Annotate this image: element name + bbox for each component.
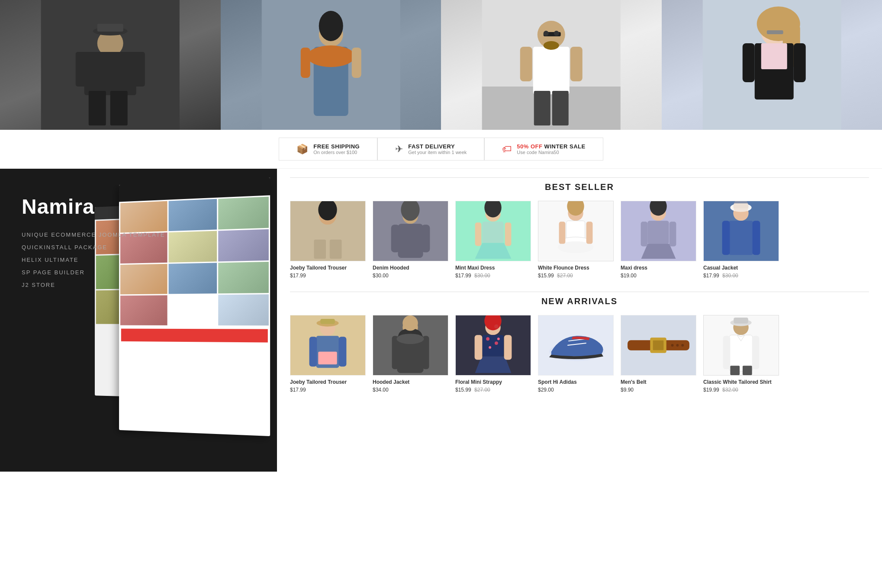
product-card-bs-2[interactable]: Denim Hooded $30.00 <box>373 201 448 279</box>
svg-rect-21 <box>534 91 550 125</box>
svg-point-28 <box>554 31 559 36</box>
product-card-na-6[interactable]: Classic White Tailored Shirt $19.99 $32.… <box>703 315 779 393</box>
promo-feature-3: HELIX ULTIMATE <box>22 257 165 263</box>
svg-point-27 <box>544 31 549 36</box>
hero-image-1 <box>0 0 221 130</box>
svg-rect-70 <box>670 222 676 246</box>
svg-rect-123 <box>723 336 731 369</box>
delivery-title: FAST DELIVERY <box>408 143 467 150</box>
product-image-bs-2 <box>373 201 448 261</box>
svg-rect-115 <box>653 340 664 350</box>
info-sale-text: 50% OFF WINTER SALE Use code Namira50 <box>517 143 585 155</box>
svg-point-99 <box>486 337 489 341</box>
product-price-bs-3: $17.99 $30.00 <box>455 273 531 279</box>
price-current: $19.00 <box>621 273 637 279</box>
product-card-na-3[interactable]: Floral Mini Strappy $15.99 $27.00 <box>455 315 531 393</box>
svg-rect-87 <box>318 352 337 365</box>
price-current: $34.00 <box>373 387 389 393</box>
shipping-title: FREE SHIPPING <box>313 143 360 150</box>
price-current: $30.00 <box>373 273 389 279</box>
svg-point-118 <box>681 344 684 347</box>
svg-point-25 <box>544 41 559 50</box>
product-image-bs-6 <box>703 201 779 261</box>
product-image-bs-4 <box>538 201 614 261</box>
info-delivery: ✈ FAST DELIVERY Get your item within 1 w… <box>377 138 484 161</box>
promo-feature-2: QUICKINSTALL PACKAGE <box>22 244 165 251</box>
new-arrivals-title: NEW ARRIVALS <box>290 292 869 306</box>
svg-rect-7 <box>41 0 180 130</box>
svg-rect-63 <box>586 222 593 244</box>
product-card-na-2[interactable]: Hooded Jacket $34.00 <box>373 315 448 393</box>
svg-rect-98 <box>482 335 503 356</box>
price-current: $17.99 <box>290 273 306 279</box>
svg-rect-76 <box>753 221 760 255</box>
product-card-bs-1[interactable]: Joeby Tailored Trouser $17.99 <box>290 201 366 279</box>
product-figure-na-4 <box>538 315 613 375</box>
product-name-na-1: Joeby Tailored Trouser <box>290 379 366 385</box>
product-figure-na-5 <box>621 315 696 375</box>
mockup-cell <box>219 262 269 293</box>
price-old: $30.00 <box>474 273 490 279</box>
promo-feature-4: SP PAGE BUILDER <box>22 269 165 276</box>
product-card-na-1[interactable]: Joeby Tailored Trouser $17.99 <box>290 315 366 393</box>
product-figure-na-1 <box>290 315 365 375</box>
best-seller-title: BEST SELLER <box>290 177 869 192</box>
price-current: $17.99 <box>290 387 306 393</box>
price-current: $9.90 <box>621 387 634 393</box>
svg-rect-37 <box>766 30 783 34</box>
product-card-bs-3[interactable]: Mint Maxi Dress $17.99 $30.00 <box>455 201 531 279</box>
info-shipping-text: FREE SHIPPING On orders over $100 <box>313 143 360 155</box>
price-current: $17.99 <box>703 273 719 279</box>
svg-rect-125 <box>730 366 740 375</box>
svg-rect-92 <box>392 336 399 369</box>
shipping-subtitle: On orders over $100 <box>313 150 360 155</box>
sale-icon: 🏷 <box>502 144 512 155</box>
svg-point-16 <box>319 11 343 41</box>
svg-rect-74 <box>728 221 753 255</box>
svg-rect-62 <box>559 222 566 244</box>
product-price-na-5: $9.90 <box>621 387 696 393</box>
promo-panel: Namira UNIQUE ECOMMERCE JOOMLA TEMPLATE … <box>0 169 277 472</box>
product-image-na-2 <box>373 315 448 376</box>
product-figure-bs-3 <box>456 201 531 261</box>
mockup-cell <box>168 263 217 294</box>
mockup-cell <box>219 229 269 262</box>
price-old: $30.00 <box>722 273 738 279</box>
product-name-na-4: Sport Hi Adidas <box>538 379 614 385</box>
price-current: $29.00 <box>538 387 554 393</box>
product-name-bs-4: White Flounce Dress <box>538 265 614 271</box>
promo-feature-5: J2 STORE <box>22 282 165 288</box>
product-name-bs-5: Maxi dress <box>621 265 696 271</box>
product-card-bs-5[interactable]: Maxi dress $19.00 <box>621 201 696 279</box>
svg-rect-36 <box>793 43 805 82</box>
product-card-na-4[interactable]: Sport Hi Adidas $29.00 <box>538 315 614 393</box>
product-price-na-6: $19.99 $32.00 <box>703 387 779 393</box>
svg-rect-22 <box>552 91 569 125</box>
product-price-na-4: $29.00 <box>538 387 614 393</box>
price-current: $17.99 <box>455 273 471 279</box>
product-card-bs-6[interactable]: Casual Jacket $17.99 $30.00 <box>703 201 779 279</box>
hero-image-3 <box>441 0 662 130</box>
svg-rect-41 <box>314 240 326 259</box>
mockup-cell <box>168 295 217 325</box>
product-card-bs-4[interactable]: White Flounce Dress $15.99 $27.00 <box>538 201 614 279</box>
svg-rect-67 <box>647 221 669 244</box>
hero-image-2 <box>221 0 441 130</box>
product-name-na-2: Hooded Jacket <box>373 379 448 385</box>
svg-rect-47 <box>391 225 400 252</box>
product-price-bs-1: $17.99 <box>290 273 366 279</box>
product-price-na-2: $34.00 <box>373 387 448 393</box>
product-card-na-5[interactable]: Men's Belt $9.90 <box>621 315 696 393</box>
product-name-bs-2: Denim Hooded <box>373 265 448 271</box>
svg-point-117 <box>676 344 679 347</box>
product-figure-na-6 <box>704 315 779 375</box>
svg-rect-23 <box>520 47 532 81</box>
hero-figure-4-svg <box>662 0 882 130</box>
product-image-bs-3 <box>455 201 531 261</box>
svg-rect-69 <box>641 222 648 246</box>
product-price-bs-2: $30.00 <box>373 273 448 279</box>
svg-rect-20 <box>533 47 570 94</box>
svg-rect-105 <box>504 335 512 360</box>
svg-point-94 <box>396 334 424 344</box>
product-image-na-6 <box>703 315 779 376</box>
